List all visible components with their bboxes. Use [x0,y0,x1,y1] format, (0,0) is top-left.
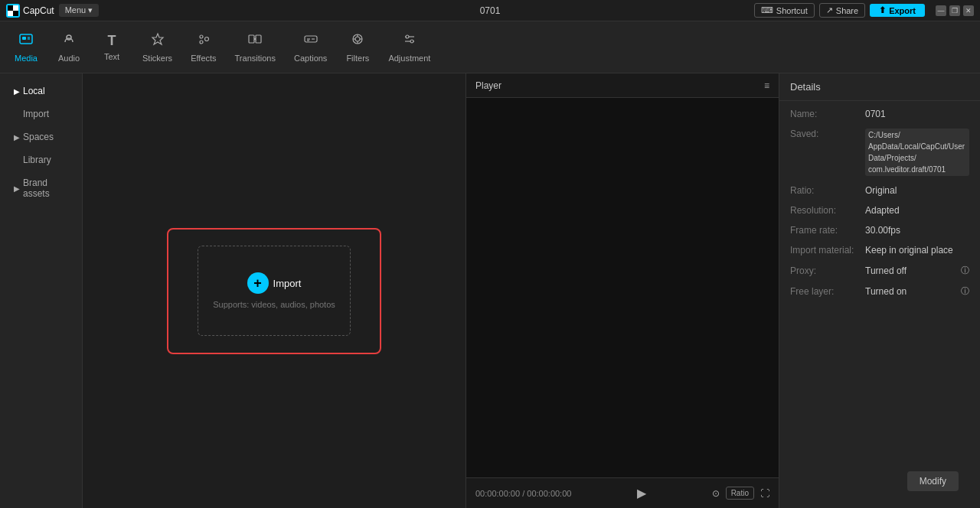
export-button[interactable]: ⬆ Export [870,4,925,17]
shortcut-button[interactable]: ⌨ Shortcut [754,3,815,18]
svg-rect-3 [8,11,13,16]
right-panel: Details Name: 0701 Saved: C:/Users/AppDa… [779,73,980,508]
transitions-label: Transitions [235,54,276,63]
toolbar-transitions[interactable]: Transitions [227,27,283,67]
toolbar-filters[interactable]: Filters [338,27,377,67]
sidebar-item-spaces[interactable]: ▶ Spaces [5,127,77,147]
detail-label-name: Name: [790,109,859,119]
title-bar: CapCut Menu ▾ 0701 ⌨ Shortcut ↗ Share ⬆ … [0,0,980,21]
player-controls: 00:00:00:00 / 00:00:00:00 ▶ ⊙ Ratio ⛶ [466,477,779,508]
detail-row-resolution: Resolution: Adapted [790,205,969,216]
content-area: + Import Supports: videos, audios, photo… [83,73,466,508]
spaces-arrow-icon: ▶ [14,133,20,142]
detail-row-import-material: Import material: Keep in original place [790,245,969,256]
import-label: Import [273,278,302,289]
svg-point-10 [200,35,203,38]
player-time: 00:00:00:00 / 00:00:00:00 [475,489,571,498]
sidebar-item-local[interactable]: ▶ Local [5,81,77,101]
restore-button[interactable]: ❐ [949,5,960,16]
close-button[interactable]: ✕ [963,5,974,16]
share-icon: ↗ [826,5,833,15]
keyboard-icon: ⌨ [761,5,773,15]
title-bar-right: ⌨ Shortcut ↗ Share ⬆ Export — ❐ ✕ [754,3,974,18]
modify-button[interactable]: Modify [907,471,959,491]
media-icon [18,31,34,50]
audio-label: Audio [58,54,80,63]
captions-label: Captions [294,54,327,63]
menu-button[interactable]: Menu ▾ [59,4,100,17]
svg-point-28 [410,40,413,43]
project-title: 0701 [480,5,501,16]
sidebar-local-label: Local [23,86,45,96]
free-layer-info-icon[interactable]: ⓘ [961,285,969,297]
toolbar-text[interactable]: T Text [92,28,132,66]
title-bar-left: CapCut Menu ▾ [6,4,99,18]
detail-label-saved: Saved: [790,129,859,139]
share-label: Share [836,6,858,15]
toolbar-adjustment[interactable]: Adjustment [381,27,438,67]
svg-point-11 [204,37,208,41]
svg-marker-9 [152,34,163,44]
toolbar-media[interactable]: Media [6,27,46,67]
sidebar-item-library[interactable]: Library [5,150,77,170]
detail-value-name: 0701 [865,109,969,119]
minimize-button[interactable]: — [936,5,946,16]
detail-label-resolution: Resolution: [790,205,859,216]
sidebar-library-label: Library [23,155,51,165]
export-label: Export [889,6,916,15]
import-subtitle: Supports: videos, audios, photos [213,300,335,309]
proxy-info-icon[interactable]: ⓘ [961,265,969,276]
logo-icon [6,4,20,18]
transitions-icon [247,31,263,50]
text-icon: T [108,33,116,49]
sidebar-item-brand-assets[interactable]: ▶ Brand assets [5,173,77,204]
detail-row-free-layer: Free layer: Turned on ⓘ [790,285,969,297]
detail-row-saved: Saved: C:/Users/AppData/Local/CapCut/Use… [790,129,969,176]
sidebar-item-import[interactable]: Import [5,104,77,124]
app-logo: CapCut [6,4,54,18]
svg-rect-13 [249,35,254,43]
modify-section: Modify [779,465,980,508]
detail-value-saved: C:/Users/AppData/Local/CapCut/UserData/P… [865,129,969,176]
media-label: Media [15,54,38,63]
captions-icon [303,31,318,50]
import-zone[interactable]: + Import Supports: videos, audios, photo… [167,228,381,354]
detail-label-free-layer: Free layer: [790,286,859,297]
detail-row-proxy: Proxy: Turned off ⓘ [790,265,969,276]
stickers-label: Stickers [142,54,172,63]
svg-point-20 [355,37,360,41]
svg-rect-1 [13,11,18,16]
detail-value-free-layer: Turned on [865,286,955,297]
detail-label-import-material: Import material: [790,245,859,256]
adjustment-icon [402,31,417,50]
player-canvas [466,98,779,477]
share-button[interactable]: ↗ Share [819,3,865,18]
fit-icon[interactable]: ⊙ [712,488,720,499]
player-area: Player ≡ 00:00:00:00 / 00:00:00:00 ▶ ⊙ R… [466,73,779,508]
text-label: Text [104,52,119,61]
svg-point-27 [406,35,409,38]
svg-rect-2 [13,5,18,11]
filters-icon [350,31,365,50]
detail-row-ratio: Ratio: Original [790,185,969,196]
play-button[interactable]: ▶ [637,486,646,500]
ratio-badge[interactable]: Ratio [726,487,754,500]
shortcut-label: Shortcut [776,6,808,15]
svg-rect-0 [8,5,13,11]
toolbar-captions[interactable]: Captions [286,27,335,67]
effects-icon [196,31,211,50]
toolbar-effects[interactable]: Effects [183,27,224,67]
player-title: Player [475,80,501,91]
sidebar-spaces-label: Spaces [23,132,54,142]
filters-label: Filters [346,54,369,63]
stickers-icon [150,31,165,50]
detail-value-resolution: Adapted [865,205,969,216]
player-menu-icon[interactable]: ≡ [764,80,769,91]
toolbar-stickers[interactable]: Stickers [135,27,180,67]
toolbar-audio[interactable]: Audio [49,27,89,67]
import-inner[interactable]: + Import Supports: videos, audios, photo… [198,246,351,336]
fullscreen-icon[interactable]: ⛶ [760,488,769,499]
svg-rect-14 [256,35,261,43]
details-section: Name: 0701 Saved: C:/Users/AppData/Local… [779,101,980,465]
audio-icon [61,31,77,50]
